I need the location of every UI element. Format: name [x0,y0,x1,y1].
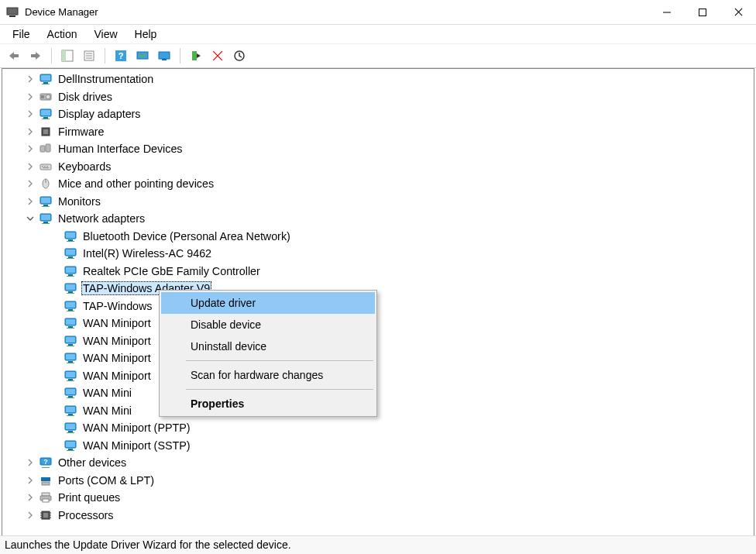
svg-rect-39 [31,54,36,57]
chevron-right-icon[interactable] [26,127,35,136]
mouse-icon [40,177,52,190]
tree-device-label: Bluetooth Device (Personal Area Network) [81,229,292,243]
network-adapter-icon [64,282,77,294]
tree-device[interactable]: TAP-Windows [2,298,754,315]
tree-category-label: Other devices [57,456,128,470]
tree-device[interactable]: WAN Mini [2,402,754,420]
tree-device[interactable]: WAN Miniport [2,349,754,367]
monitor-icon [40,195,52,208]
toolbar: ? [0,43,756,68]
tree-container: DellInstrumentationDisk drivesDisplay ad… [2,68,754,554]
context-menu-item[interactable]: Properties [161,393,375,415]
menu-file[interactable]: File [5,26,38,42]
scan-changes-button[interactable] [230,46,249,65]
chevron-down-icon[interactable] [26,214,35,223]
network-adapter-icon [64,335,77,347]
svg-rect-37 [699,9,706,15]
tree-category-label: Disk drives [57,90,114,104]
tree-category-label: Monitors [57,194,102,208]
tree-category[interactable]: Network adapters [2,210,754,228]
tree-device[interactable]: Realtek PCIe GbE Family Controller [2,263,754,280]
close-button[interactable] [720,0,756,24]
menu-action[interactable]: Action [40,26,85,42]
chevron-right-icon[interactable] [26,476,35,485]
tree-category[interactable]: Other devices [2,454,754,472]
context-menu-item[interactable]: Disable device [161,314,375,335]
toolbar-separator [51,48,52,64]
tree-device[interactable]: WAN Miniport (PPTP) [2,419,754,437]
tree-category[interactable]: Disk drives [2,88,754,106]
tree-category[interactable]: DellInstrumentation [2,71,754,88]
update-driver-button[interactable] [155,46,174,65]
maximize-button[interactable] [685,0,720,24]
tree-device[interactable]: WAN Miniport [2,332,754,350]
processor-icon [40,509,52,521]
svg-rect-48 [137,52,148,59]
tree-category[interactable]: Mice and other pointing devices [2,175,754,193]
tree-category-label: Human Interface Devices [57,142,184,156]
device-tree[interactable]: DellInstrumentationDisk drivesDisplay ad… [2,69,754,554]
context-menu-item[interactable]: Update driver [161,292,375,314]
tree-device-label: WAN Miniport [81,351,153,365]
help-button[interactable]: ? [112,46,130,65]
tree-device-label: Intel(R) Wireless-AC 9462 [81,246,213,260]
tree-category[interactable]: Display adapters [2,105,754,123]
display-icon [40,108,52,120]
tree-category[interactable]: Human Interface Devices [2,140,754,158]
network-adapter-icon [64,404,77,417]
tree-category[interactable]: Ports (COM & LPT) [2,472,754,490]
scan-hardware-button[interactable] [133,46,152,65]
tree-category[interactable]: Firmware [2,123,754,141]
uninstall-button[interactable] [208,46,227,65]
enable-device-button[interactable] [187,46,205,65]
network-adapter-icon [64,247,77,260]
tree-device-label: WAN Miniport (SSTP) [81,439,191,452]
tree-category-label: Print queues [57,490,122,504]
status-bar: Launches the Update Driver Wizard for th… [0,535,756,554]
show-hide-tree-button[interactable] [58,46,77,65]
context-menu-item[interactable]: Scan for hardware changes [161,364,375,386]
tree-device[interactable]: Intel(R) Wireless-AC 9462 [2,245,754,263]
toolbar-separator [180,48,180,64]
chevron-right-icon[interactable] [26,493,35,502]
tree-category[interactable]: Processors [2,507,754,525]
tree-category-label: Network adapters [57,212,146,225]
chevron-right-icon[interactable] [26,109,35,119]
tree-category[interactable]: Keyboards [2,158,754,176]
network-adapter-icon [64,317,77,329]
context-menu-item[interactable]: Uninstall device [161,335,375,357]
tree-device[interactable]: Bluetooth Device (Personal Area Network) [2,228,754,246]
tree-device[interactable]: WAN Mini [2,384,754,402]
network-adapter-icon [64,439,77,452]
properties-button[interactable] [80,46,98,65]
tree-device[interactable]: TAP-Windows Adapter V9 [2,280,754,298]
menu-view[interactable]: View [86,26,125,42]
tree-category[interactable]: Monitors [2,193,754,211]
hid-icon [40,143,52,155]
monitor-icon [40,73,52,85]
back-button[interactable] [5,46,23,65]
chevron-right-icon[interactable] [26,74,35,84]
other-icon [40,456,52,469]
tree-device-label: WAN Miniport (PPTP) [81,421,191,435]
context-menu: Update driverDisable deviceUninstall dev… [159,290,377,417]
tree-category-label: Display adapters [57,107,143,121]
tree-category[interactable]: Print queues [2,489,754,507]
tree-device-label: WAN Mini [81,404,133,418]
chevron-right-icon[interactable] [26,458,35,467]
tree-device[interactable]: WAN Miniport (SSTP) [2,437,754,455]
chevron-right-icon[interactable] [26,162,35,171]
chevron-right-icon[interactable] [26,511,35,520]
chevron-right-icon[interactable] [26,179,35,188]
chevron-right-icon[interactable] [26,197,35,206]
tree-device[interactable]: WAN Miniport [2,315,754,332]
chevron-right-icon[interactable] [26,92,35,102]
tree-category-label: Mice and other pointing devices [57,177,215,191]
keyboard-icon [40,160,52,173]
minimize-button[interactable] [649,0,685,24]
menu-help[interactable]: Help [127,26,165,42]
chevron-right-icon[interactable] [26,144,35,153]
tree-device-label: WAN Miniport [81,316,153,330]
forward-button[interactable] [26,46,45,65]
tree-device[interactable]: WAN Miniport [2,367,754,385]
